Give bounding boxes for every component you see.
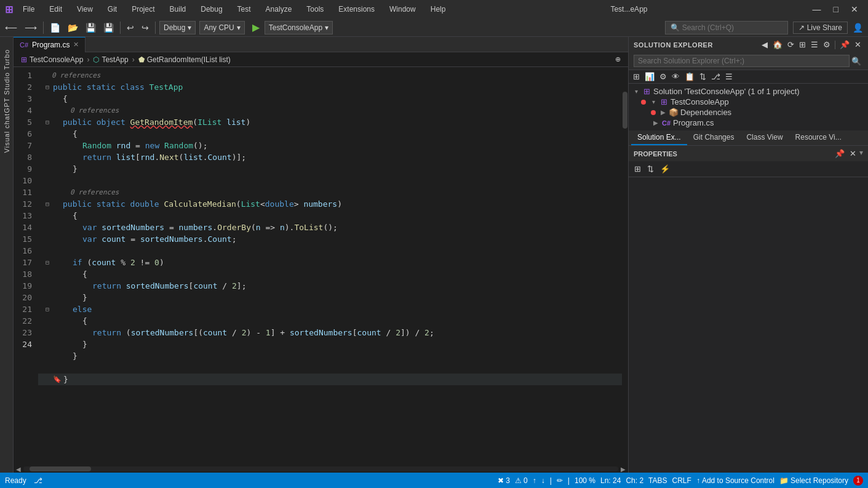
code-line-13[interactable] [38,245,622,257]
code-line-14[interactable]: ⊟ if (count % 2 != 0) [38,257,622,268]
code-line-6[interactable]: return list[rnd.Next(list.Count)]; [38,151,622,163]
undo-button[interactable]: ↩ [124,22,137,34]
run-button[interactable]: ▶ [250,20,262,34]
expand-project-icon[interactable]: ▾ [648,98,658,105]
code-line-9[interactable]: ⊟ public static double CalculateMedian(L… [38,198,622,210]
code-line-23[interactable] [38,362,622,374]
tree-item-dependencies[interactable]: ▶ 📦 Dependencies [629,107,868,118]
se-home-button[interactable]: 🏠 [771,39,784,50]
fold-button-18[interactable]: ⊟ [43,305,52,314]
vertical-scrollbar[interactable] [622,67,628,465]
tree-item-project[interactable]: ▾ ⊞ TestConsoleApp [629,97,868,107]
new-project-button[interactable]: 📄 [47,22,63,34]
tab-git-changes[interactable]: Git Changes [687,130,741,145]
fold-button-9[interactable]: ⊟ [43,200,52,209]
se-options-button[interactable]: ⚙ [821,39,832,50]
se-pin-button[interactable]: 📌 [838,39,851,50]
select-repository[interactable]: 📁 Select Repository [779,476,848,485]
se-back-button[interactable]: ◀ [760,39,770,50]
add-to-source-control[interactable]: ↑ Add to Source Control [696,476,774,485]
se-close-button[interactable]: ✕ [853,39,863,50]
menu-git[interactable]: Git [103,4,122,15]
se-search-button[interactable]: 🔍 [850,56,863,66]
live-share-button[interactable]: ↗ Live Share [793,22,848,34]
open-button[interactable]: 📂 [65,22,81,34]
save-all-button[interactable]: 💾 [101,22,116,34]
tree-item-program-cs[interactable]: ▶ C# Program.cs [629,118,868,128]
redo-button[interactable]: ↪ [139,22,151,34]
scroll-left-icon[interactable]: ◀ [16,466,21,473]
minimize-button[interactable]: — [808,3,826,15]
forward-button[interactable]: ⟶ [22,22,39,34]
horizontal-scrollbar-thumb[interactable] [30,466,91,471]
menu-extensions[interactable]: Extensions [333,4,380,15]
tab-class-view[interactable]: Class View [740,130,789,145]
expand-program-icon[interactable]: ▶ [651,119,661,126]
code-line-2[interactable]: { [38,93,622,105]
se-sync-button[interactable]: ⟳ [786,39,796,50]
code-line-16[interactable]: return sortedNumbers[count / 2]; [38,280,622,292]
search-bar[interactable]: 🔍 [665,21,788,34]
fold-button-3[interactable]: ⊟ [43,118,52,127]
code-line-18[interactable]: ⊟ else [38,303,622,315]
props-categories-button[interactable]: ⊞ [632,164,643,174]
platform-dropdown[interactable]: Any CPU ▾ [199,21,244,34]
notification-icon[interactable]: 1 [853,476,863,486]
code-line-20[interactable]: return (sortedNumbers[(count / 2) - 1] +… [38,327,622,338]
tab-resource-view[interactable]: Resource Vi... [789,130,848,145]
se-collapse-button[interactable]: ⊞ [797,39,808,50]
menu-edit[interactable]: Edit [44,4,67,15]
se-sort-btn[interactable]: ⇅ [698,71,708,82]
error-count[interactable]: ✖ 3 [498,476,510,485]
debug-config-dropdown[interactable]: Debug ▾ [159,21,196,34]
code-line-12[interactable]: var count = sortedNumbers.Count; [38,233,622,245]
menu-build[interactable]: Build [165,4,191,15]
menu-analyze[interactable]: Analyze [261,4,297,15]
code-line-5[interactable]: Random rnd = new Random(); [38,140,622,151]
fold-button-14[interactable]: ⊟ [43,258,52,267]
props-events-button[interactable]: ⚡ [658,164,672,174]
back-button[interactable]: ⟵ [2,22,20,34]
maximize-button[interactable]: □ [829,3,843,15]
code-line-1[interactable]: ⊟ public static class TestApp [38,81,622,93]
code-line-4[interactable]: { [38,128,622,140]
menu-debug[interactable]: Debug [196,4,227,15]
breadcrumb-class[interactable]: ⬡ TestApp [90,55,130,64]
run-target-dropdown[interactable]: TestConsoleApp ▾ [265,21,333,34]
se-filter-button[interactable]: ☰ [809,39,820,50]
se-show-all-btn[interactable]: ☰ [723,71,735,82]
menu-help[interactable]: Help [426,4,451,15]
tab-close-button[interactable]: ✕ [73,41,79,49]
breadcrumb-project[interactable]: ⊞ TestConsoleApp [18,55,86,64]
code-line-10[interactable]: { [38,210,622,222]
se-view-btn[interactable]: 👁 [670,71,682,82]
tab-solution-explorer[interactable]: Solution Ex... [631,130,687,145]
scroll-up-icon[interactable]: ↑ [533,476,536,485]
code-line-22[interactable]: } [38,350,622,362]
horizontal-scrollbar-track[interactable] [23,466,618,471]
fold-button-1[interactable]: ⊟ [43,83,52,92]
close-button[interactable]: ✕ [846,3,863,15]
props-close-button[interactable]: ✕ [848,148,858,159]
menu-file[interactable]: File [18,4,39,15]
code-line-11[interactable]: var sortedNumbers = numbers.OrderBy(n =>… [38,222,622,233]
breadcrumb-method[interactable]: ⬟ GetRandomItem(IList list) [136,55,233,64]
expand-deps-icon[interactable]: ▶ [658,109,668,116]
menu-window[interactable]: Window [384,4,421,15]
code-line-17[interactable]: } [38,292,622,303]
tree-item-solution[interactable]: ▾ ⊞ Solution 'TestConsoleApp' (1 of 1 pr… [629,86,868,97]
se-class-view-btn[interactable]: 📊 [643,71,656,82]
code-line-7[interactable]: } [38,163,622,175]
scroll-down-icon[interactable]: ↓ [541,476,545,485]
code-content[interactable]: 0 references ⊟ public static class TestA… [38,67,622,465]
account-button[interactable]: 👤 [850,22,866,34]
menu-test[interactable]: Test [233,4,256,15]
breadcrumb-options-button[interactable]: ⊕ [613,54,623,65]
tab-program-cs[interactable]: C# Program.cs ✕ [14,37,86,52]
se-copy-btn[interactable]: 📋 [683,71,696,82]
scroll-right-icon[interactable]: ▶ [621,466,626,473]
solution-explorer-search-input[interactable] [634,55,850,67]
se-git-btn[interactable]: ⎇ [709,71,722,82]
props-pin-button[interactable]: 📌 [833,148,846,159]
code-line-15[interactable]: { [38,268,622,280]
